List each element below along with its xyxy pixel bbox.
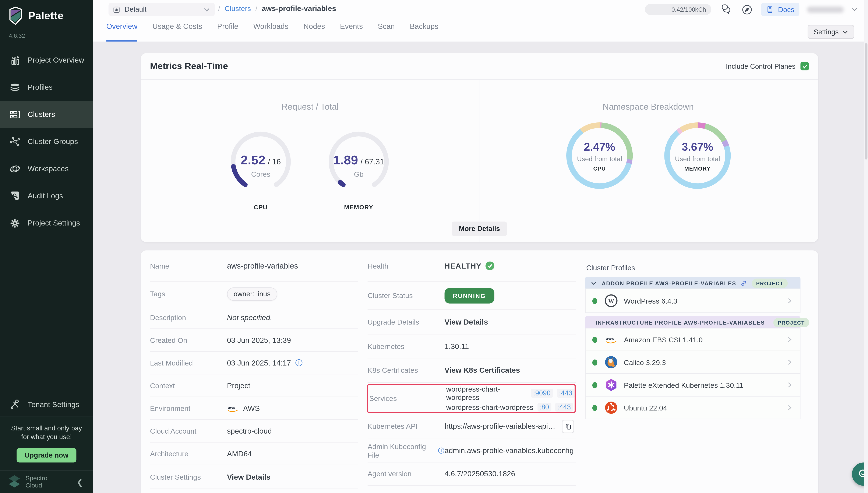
detail-row-cluster-status: Cluster Status RUNNING <box>368 282 576 310</box>
tab-profile[interactable]: Profile <box>217 22 238 41</box>
sidebar-item-label: Workspaces <box>28 165 69 173</box>
detail-row-cluster-settings: Cluster Settings View Details <box>150 465 358 489</box>
usage-quota-badge: 0.42/100kCh <box>645 4 712 15</box>
svg-text:aws: aws <box>228 405 235 409</box>
cpu-unit: Cores <box>226 170 295 178</box>
profile-layer-amazon-ebs-csi[interactable]: aws Amazon EBS CSI 1.41.0 <box>585 328 801 351</box>
palette-app: Palette 4.6.32 Project Overview Profiles <box>0 0 868 493</box>
tab-events[interactable]: Events <box>340 22 363 41</box>
chevron-right-icon <box>785 404 793 411</box>
chevron-down-icon[interactable] <box>851 6 858 13</box>
service-port-link[interactable]: :443 <box>557 389 575 398</box>
more-details-button[interactable]: More Details <box>452 221 507 236</box>
include-control-planes-checkbox[interactable] <box>800 62 809 70</box>
cpu-total-value: / 16 <box>268 157 281 166</box>
tab-scan[interactable]: Scan <box>378 22 395 41</box>
check-icon <box>802 63 807 69</box>
memory-unit: Gb <box>325 170 393 178</box>
network-icon <box>9 135 21 147</box>
info-icon[interactable] <box>438 447 445 454</box>
breadcrumb-current: aws-profile-variables <box>262 4 336 13</box>
profile-layer-ubuntu[interactable]: Ubuntu 22.04 <box>585 396 801 420</box>
addon-profile-header[interactable]: ADDON PROFILE AWS-PROFILE-VARIABLES PROJ… <box>585 277 801 289</box>
sidebar-item-project-overview[interactable]: Project Overview <box>0 46 93 73</box>
app-logo[interactable]: Palette <box>0 0 93 26</box>
include-control-planes-label: Include Control Planes <box>726 62 796 70</box>
orbit-icon <box>9 163 21 175</box>
context-value: Project <box>227 381 250 390</box>
sidebar-item-tenant-settings[interactable]: Tenant Settings <box>0 392 93 416</box>
info-icon[interactable] <box>295 359 303 367</box>
profile-layer-name: Ubuntu 22.04 <box>624 404 785 412</box>
service-port-link[interactable]: :443 <box>555 403 573 411</box>
description-value: Not specified. <box>227 313 272 322</box>
created-on-value: 03 Jun 2025, 13:39 <box>227 336 291 344</box>
docs-button-label: Docs <box>778 5 794 14</box>
detail-row-services: Services wordpress-chart-wordpress :9090… <box>368 383 576 414</box>
detail-row-kubernetes-api: Kubernetes API https://aws-profile-varia… <box>368 414 576 439</box>
sidebar-item-label: Project Overview <box>28 56 84 64</box>
sidebar-item-workspaces[interactable]: Workspaces <box>0 155 93 182</box>
settings-button[interactable]: Settings <box>807 25 854 39</box>
profile-layer-wordpress[interactable]: W WordPress 6.4.3 <box>585 288 801 313</box>
sidebar-item-label: Cluster Groups <box>28 137 78 146</box>
tab-nodes[interactable]: Nodes <box>304 22 325 41</box>
sidebar-item-project-settings[interactable]: Project Settings <box>0 209 93 237</box>
svg-text:aws: aws <box>606 336 614 341</box>
feedback-chat-icon[interactable] <box>719 3 733 16</box>
copy-icon[interactable] <box>562 420 574 433</box>
addon-profile-title: ADDON PROFILE AWS-PROFILE-VARIABLES <box>602 280 736 286</box>
project-scope-badge: PROJECT <box>773 318 809 327</box>
user-menu-redacted[interactable] <box>807 6 844 13</box>
chevron-right-icon <box>785 358 793 366</box>
sidebar-nav: Project Overview Profiles Clusters <box>0 46 93 237</box>
view-k8s-certificates-link[interactable]: View K8s Certificates <box>445 366 520 374</box>
detail-row-environment: Environment aws AWS <box>150 397 358 420</box>
tab-usage-costs[interactable]: Usage & Costs <box>152 22 202 41</box>
infrastructure-profile-title: INFRASTRUCTURE PROFILE AWS-PROFILE-VARIA… <box>596 319 765 325</box>
cluster-profiles-panel: Cluster Profiles ADDON PROFILE AWS-PROFI… <box>585 250 801 419</box>
tab-backups[interactable]: Backups <box>410 22 439 41</box>
vertical-scrollbar[interactable] <box>864 0 868 493</box>
collapse-sidebar-icon[interactable]: ❮ <box>73 476 86 487</box>
tab-workloads[interactable]: Workloads <box>253 22 289 41</box>
sidebar-item-clusters[interactable]: Clusters <box>0 101 93 128</box>
explore-compass-icon[interactable] <box>740 3 754 16</box>
tab-overview[interactable]: Overview <box>106 22 137 41</box>
breadcrumb-clusters-link[interactable]: Clusters <box>224 4 251 13</box>
cloud-account-value: spectro-cloud <box>227 427 272 435</box>
detail-row-description: Description Not specified. <box>150 306 358 329</box>
sidebar-item-label: Project Settings <box>28 219 80 227</box>
detail-row-context: Context Project <box>150 374 358 397</box>
cluster-status-badge: RUNNING <box>445 288 494 303</box>
sidebar-item-cluster-groups[interactable]: Cluster Groups <box>0 128 93 155</box>
profile-layer-palette-extended-kubernetes[interactable]: Palette eXtended Kubernetes 1.30.11 <box>585 373 801 397</box>
chevron-down-icon <box>203 6 210 13</box>
infrastructure-profile-header[interactable]: INFRASTRUCTURE PROFILE AWS-PROFILE-VARIA… <box>585 316 801 328</box>
kubeconfig-download-link[interactable]: admin.aws-profile-variables.kubeconfig <box>445 446 574 455</box>
upgrade-view-details-link[interactable]: View Details <box>445 318 488 326</box>
upgrade-now-button[interactable]: Upgrade now <box>17 448 76 463</box>
sidebar-item-audit-logs[interactable]: Audit Logs <box>0 182 93 209</box>
sidebar-item-profiles[interactable]: Profiles <box>0 73 93 101</box>
bar-chart-icon <box>9 54 21 66</box>
architecture-value: AMD64 <box>227 450 252 458</box>
profile-layer-calico[interactable]: Calico 3.29.3 <box>585 351 801 374</box>
service-row: wordpress-chart-wordpress :80 :443 <box>446 403 575 411</box>
service-port-link[interactable]: :80 <box>537 403 551 411</box>
service-port-link[interactable]: :9090 <box>531 389 553 398</box>
project-scope-badge: PROJECT <box>752 278 788 288</box>
chevron-down-icon <box>591 280 597 286</box>
project-selector[interactable]: Default <box>109 3 215 16</box>
scrollbar-thumb[interactable] <box>865 43 867 159</box>
memory-donut-label: MEMORY <box>663 166 732 172</box>
docs-button[interactable]: Docs <box>761 3 799 16</box>
service-name: wordpress-chart-wordpress <box>446 385 527 402</box>
cluster-settings-view-details-link[interactable]: View Details <box>227 473 270 481</box>
app-name: Palette <box>28 10 63 22</box>
sidebar-item-label: Clusters <box>28 110 55 119</box>
metrics-title: Metrics Real-Time <box>150 61 726 71</box>
cluster-tabs: Overview Usage & Costs Profile Workloads… <box>106 22 439 41</box>
breadcrumb-separator: / <box>255 4 257 13</box>
cpu-namespace-donut: 2.47% Used from total CPU <box>564 121 635 193</box>
